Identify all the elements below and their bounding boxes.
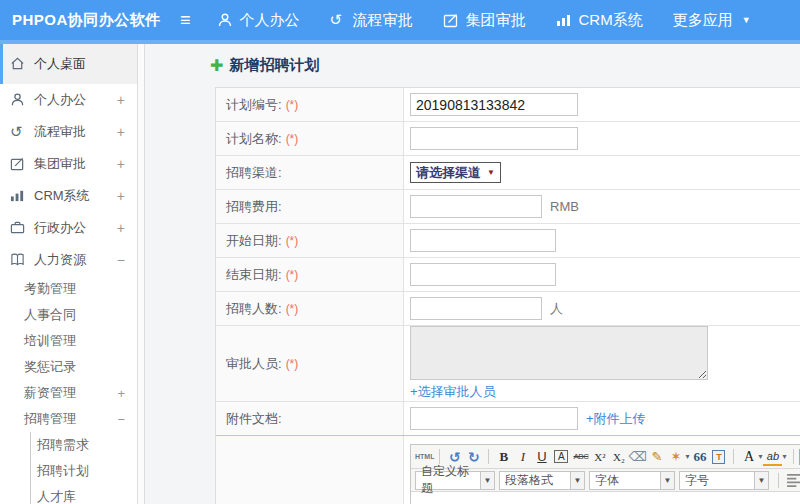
expand-icon[interactable]: + (117, 220, 125, 236)
edit-icon (10, 156, 26, 172)
paragraph-format-dropdown[interactable]: 段落格式 ▼ (499, 471, 585, 490)
nav-crm-system[interactable]: CRM系统 (556, 11, 643, 30)
expand-icon[interactable]: + (117, 386, 125, 401)
field-cell: RMB (404, 190, 800, 223)
field-label: 审批人员: (*) (216, 326, 404, 401)
text-style-icon[interactable]: A (554, 450, 568, 463)
field-label: 附件文档: (216, 402, 404, 435)
top-navbar: PHPOA协同办公软件 ≡ 个人办公 ↺ 流程审批 集团审批 CRM系统 更多应… (0, 0, 800, 40)
expand-icon[interactable]: + (117, 124, 125, 140)
sidebar-subsubitem-recruit-demand[interactable]: 招聘需求 (31, 432, 137, 458)
sidebar-subitem-training[interactable]: 培训管理 (0, 328, 137, 354)
sidebar-item-admin-office[interactable]: 行政办公 + (0, 212, 137, 244)
field-cell: HTML ↺ ↻ B I U A ABC X² X₂ ⌫ (404, 436, 800, 504)
sidebar-subsubitem-label: 招聘需求 (37, 436, 89, 454)
caret-down-icon[interactable]: ▾ (685, 452, 689, 461)
plus-icon: ✚ (210, 56, 223, 75)
field-label (216, 436, 404, 504)
sidebar-subitem-label: 人事合同 (24, 306, 76, 324)
sidebar-subitem-attendance[interactable]: 考勤管理 (0, 276, 137, 302)
sidebar-subitem-salary[interactable]: 薪资管理 + (0, 380, 137, 406)
sidebar-item-human-resources[interactable]: 人力资源 − (0, 244, 137, 276)
field-cell: 人 (404, 292, 800, 325)
book-icon (10, 252, 26, 268)
hamburger-menu-icon[interactable]: ≡ (180, 10, 191, 31)
sidebar-subitem-rewards[interactable]: 奖惩记录 (0, 354, 137, 380)
font-family-dropdown[interactable]: 字体 ▼ (589, 471, 675, 490)
bar-chart-icon (10, 188, 26, 204)
sidebar-item-crm-system[interactable]: CRM系统 + (0, 180, 137, 212)
editor-toolbar-row-2: 自定义标题 ▼ 段落格式 ▼ 字体 ▼ (411, 469, 800, 492)
sidebar-item-label: CRM系统 (34, 187, 90, 205)
form-row-approvers: 审批人员: (*) +选择审批人员 (216, 326, 800, 402)
expand-icon[interactable]: + (117, 188, 125, 204)
blockquote-icon[interactable]: 66 (690, 446, 709, 468)
fee-input[interactable] (410, 195, 542, 218)
align-left-icon[interactable] (784, 472, 800, 488)
collapse-icon[interactable]: − (117, 252, 125, 268)
plan-no-input[interactable] (410, 93, 578, 116)
nav-workflow-approval[interactable]: ↺ 流程审批 (330, 11, 413, 30)
eraser-icon[interactable]: ⌫ (628, 446, 647, 468)
expand-icon[interactable]: + (117, 92, 125, 108)
required-mark: (*) (286, 132, 299, 146)
font-color-icon[interactable]: A (739, 446, 758, 468)
sidebar-subitem-hr-contract[interactable]: 人事合同 (0, 302, 137, 328)
sidebar-subsubitem-recruit-plan[interactable]: 招聘计划 (31, 458, 137, 484)
field-cell (404, 258, 800, 291)
attachment-upload-link[interactable]: +附件上传 (586, 410, 646, 428)
bold-icon[interactable]: B (494, 446, 513, 468)
italic-icon[interactable]: I (513, 446, 532, 468)
nav-group-approval[interactable]: 集团审批 (443, 11, 526, 30)
superscript-icon[interactable]: X² (590, 446, 609, 468)
field-label: 计划名称: (*) (216, 122, 404, 155)
strikethrough-icon[interactable]: ABC (571, 446, 590, 468)
recruitment-submenu: 招聘需求 招聘计划 人才库 (30, 432, 137, 504)
magic-wand-icon[interactable]: ✶ (666, 446, 685, 468)
field-cell: +选择审批人员 (404, 326, 800, 401)
toolbar-separator (778, 473, 779, 488)
field-cell (404, 122, 800, 155)
start-date-input[interactable] (410, 229, 556, 252)
caret-down-icon: ▼ (754, 472, 768, 489)
sidebar-subsubitem-talent-pool[interactable]: 人才库 (31, 484, 137, 504)
sidebar-item-personal-desktop[interactable]: 个人桌面 (0, 44, 137, 84)
field-cell: +附件上传 (404, 402, 800, 435)
caret-down-icon[interactable]: ▾ (758, 452, 762, 461)
form-row-editor: HTML ↺ ↻ B I U A ABC X² X₂ ⌫ (216, 435, 800, 504)
caret-down-icon: ▼ (660, 472, 674, 489)
form-row-fee: 招聘费用: RMB (216, 190, 800, 224)
channel-select[interactable]: 请选择渠道 ▼ (410, 162, 501, 183)
nav-label: 集团审批 (466, 11, 526, 30)
toolbar-separator (488, 449, 489, 464)
sidebar-item-label: 集团审批 (34, 155, 86, 173)
headcount-input[interactable] (410, 297, 542, 320)
sidebar-subitem-recruitment[interactable]: 招聘管理 − (0, 406, 137, 432)
end-date-input[interactable] (410, 263, 556, 286)
sidebar-item-workflow-approval[interactable]: ↺ 流程审批 + (0, 116, 137, 148)
underline-icon[interactable]: U (532, 446, 551, 468)
headcount-unit-label: 人 (550, 300, 563, 318)
sidebar-subsubitem-label: 人才库 (37, 488, 76, 504)
required-mark: (*) (286, 98, 299, 112)
approvers-textarea[interactable] (410, 326, 708, 380)
sidebar-gutter (138, 44, 145, 504)
top-menu: 个人办公 ↺ 流程审批 集团审批 CRM系统 更多应用 ▼ (217, 11, 751, 30)
select-approvers-link[interactable]: +选择审批人员 (410, 383, 496, 401)
caret-down-icon[interactable]: ▾ (782, 452, 786, 461)
subscript-icon[interactable]: X₂ (609, 446, 628, 468)
sidebar-item-group-approval[interactable]: 集团审批 + (0, 148, 137, 180)
plan-name-input[interactable] (410, 127, 578, 150)
collapse-icon[interactable]: − (117, 412, 125, 427)
nav-more-apps[interactable]: 更多应用 ▼ (673, 11, 751, 30)
expand-icon[interactable]: + (117, 156, 125, 172)
format-brush-icon[interactable]: ✎ (647, 446, 666, 468)
highlight-icon[interactable]: ab (763, 448, 782, 466)
sidebar-item-personal-office[interactable]: 个人办公 + (0, 84, 137, 116)
custom-heading-dropdown[interactable]: 自定义标题 ▼ (415, 471, 495, 490)
paste-icon[interactable]: T (712, 450, 725, 464)
nav-personal-office[interactable]: 个人办公 (217, 11, 300, 30)
toolbar-separator (439, 449, 440, 464)
font-size-dropdown[interactable]: 字号 ▼ (679, 471, 769, 490)
attachment-input[interactable] (410, 407, 578, 430)
